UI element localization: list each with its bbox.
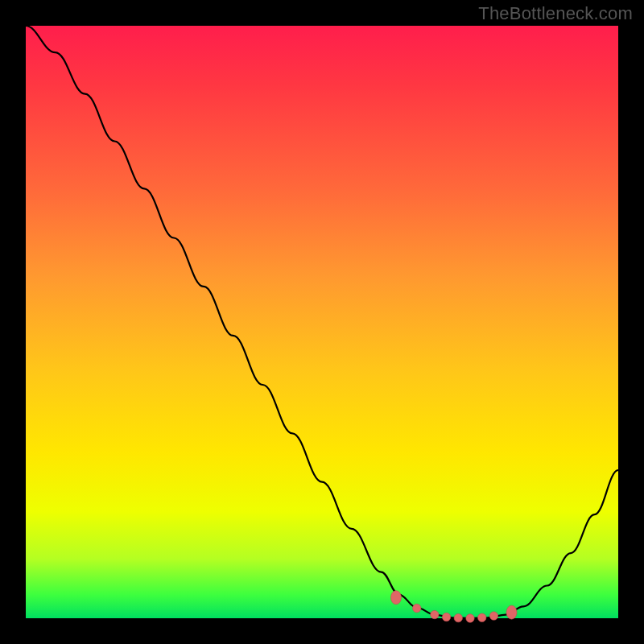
highlight-marker [413, 604, 421, 612]
highlight-marker [431, 610, 439, 618]
highlight-marker [391, 591, 402, 605]
chart-svg [26, 26, 618, 618]
highlight-marker [442, 613, 450, 621]
highlight-marker [478, 613, 486, 621]
highlight-marker [489, 612, 497, 620]
watermark-text: TheBottleneck.com [478, 3, 633, 24]
plot-area [26, 26, 618, 618]
bottleneck-curve [26, 26, 618, 618]
highlight-marker [454, 613, 462, 621]
highlight-marker [506, 605, 517, 619]
highlight-marker [466, 614, 474, 622]
chart-page: TheBottleneck.com [0, 0, 644, 644]
